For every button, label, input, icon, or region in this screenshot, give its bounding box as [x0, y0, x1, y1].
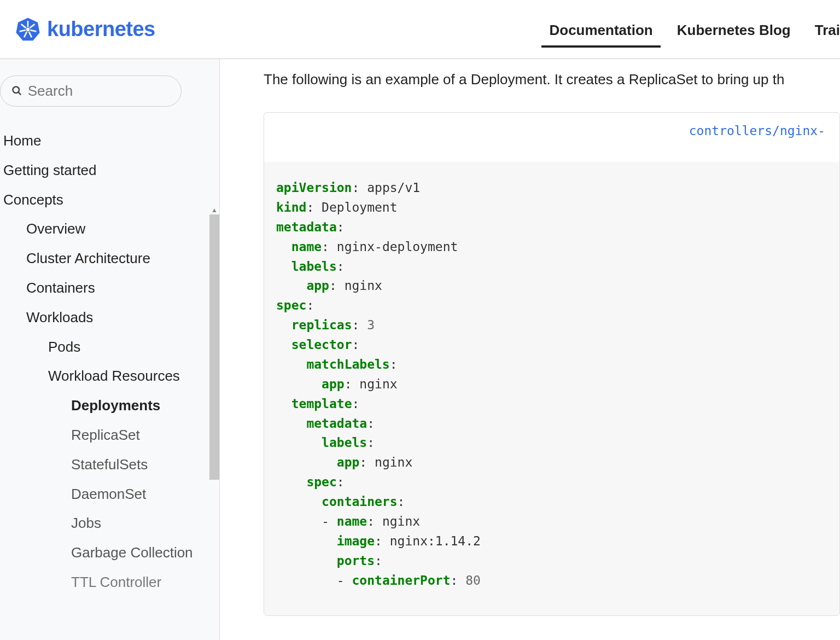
nav-item-kubernetes-blog[interactable]: Kubernetes Blog	[677, 1, 791, 57]
sidebar-item-statefulsets[interactable]: StatefulSets	[3, 450, 219, 480]
sidebar-item-overview[interactable]: Overview	[3, 214, 219, 244]
kubernetes-logo-icon	[15, 17, 40, 42]
sidebar-item-home[interactable]: Home	[3, 126, 219, 156]
top-nav: DocumentationKubernetes BlogTrai	[549, 0, 840, 59]
sidebar-item-garbage-collection[interactable]: Garbage Collection	[3, 538, 219, 568]
yaml-code[interactable]: apiVersion: apps/v1 kind: Deployment met…	[264, 162, 839, 615]
sidebar-item-containers[interactable]: Containers	[3, 274, 219, 303]
main-content: The following is an example of a Deploym…	[220, 59, 840, 640]
top-header: kubernetes DocumentationKubernetes BlogT…	[0, 0, 840, 59]
sidebar: HomeGetting startedConceptsOverviewClust…	[0, 59, 220, 640]
intro-paragraph: The following is an example of a Deploym…	[264, 71, 840, 88]
svg-point-9	[13, 86, 19, 93]
svg-line-10	[18, 92, 21, 95]
sidebar-item-daemonset[interactable]: DaemonSet	[3, 480, 219, 509]
sidebar-item-cluster-architecture[interactable]: Cluster Architecture	[3, 244, 219, 274]
sidebar-item-ttl-controller[interactable]: TTL Controller	[3, 568, 219, 597]
code-example: controllers/nginx- apiVersion: apps/v1 k…	[264, 112, 840, 616]
nav-item-documentation[interactable]: Documentation	[549, 1, 652, 57]
scrollbar-up-icon[interactable]: ▲	[209, 206, 219, 214]
nav-tree: HomeGetting startedConceptsOverviewClust…	[0, 118, 219, 597]
svg-point-1	[26, 27, 30, 31]
search-input[interactable]	[28, 83, 170, 100]
brand[interactable]: kubernetes	[15, 17, 155, 42]
sidebar-item-jobs[interactable]: Jobs	[3, 509, 219, 538]
brand-text: kubernetes	[47, 18, 155, 41]
sidebar-item-workload-resources[interactable]: Workload Resources	[3, 362, 219, 391]
sidebar-item-getting-started[interactable]: Getting started	[3, 156, 219, 185]
sidebar-scrollbar-thumb[interactable]	[209, 214, 219, 480]
search-box[interactable]	[0, 75, 182, 107]
sidebar-item-concepts[interactable]: Concepts	[3, 185, 219, 215]
sidebar-item-pods[interactable]: Pods	[3, 333, 219, 362]
sidebar-item-deployments[interactable]: Deployments	[3, 391, 219, 421]
search-icon	[11, 85, 22, 97]
svg-rect-2	[27, 21, 29, 27]
sidebar-item-replicaset[interactable]: ReplicaSet	[3, 421, 219, 450]
code-caption-link[interactable]: controllers/nginx-	[264, 113, 839, 162]
sidebar-item-workloads[interactable]: Workloads	[3, 303, 219, 333]
nav-item-trai[interactable]: Trai	[815, 1, 840, 57]
